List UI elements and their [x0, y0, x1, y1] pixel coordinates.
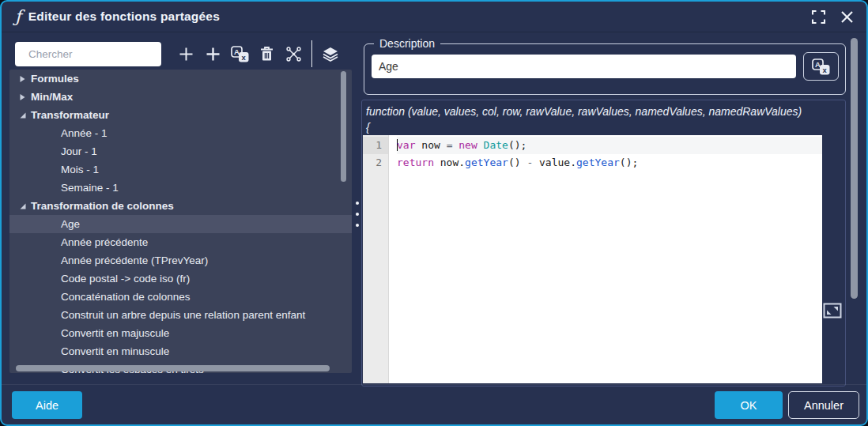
function-signature: function (value, values, col, row, rawVa…: [362, 100, 845, 135]
tree-item[interactable]: Mois - 1: [9, 160, 352, 179]
tree-item-label: Age: [61, 218, 80, 230]
ok-button[interactable]: OK: [715, 391, 783, 419]
fullscreen-button[interactable]: [810, 8, 827, 25]
tree-item[interactable]: Code postal -> code iso (fr): [9, 270, 352, 288]
code-editor-lines[interactable]: var now = new Date();return now.getYear(…: [389, 135, 822, 383]
shared-functions-editor-dialog: ƒ Editeur des fonctions partagées: [0, 0, 868, 426]
tree-item[interactable]: Jour - 1: [9, 142, 352, 160]
caret-collapsed-icon: [19, 93, 26, 101]
translate-icon: A x: [812, 58, 830, 75]
line-number: 1: [363, 137, 388, 154]
panel-splitter-handle[interactable]: [354, 202, 360, 227]
help-button[interactable]: Aide: [12, 391, 82, 419]
tree-item-label: Année précédente (TPrevYear): [61, 254, 208, 266]
delete-function-button[interactable]: [253, 42, 280, 66]
tree-item-label: Transformateur: [31, 109, 109, 121]
tree-item[interactable]: Année précédente: [9, 233, 352, 251]
panel-vertical-scrollbar[interactable]: [851, 38, 858, 299]
add-category-button[interactable]: [199, 42, 226, 66]
code-editor[interactable]: 12 var now = new Date();return now.getYe…: [363, 135, 822, 383]
tree-item[interactable]: Construit un arbre depuis une relation p…: [9, 306, 352, 324]
tree-item[interactable]: Année précédente (TPrevYear): [9, 251, 352, 270]
tree-item-label: Concaténation de colonnes: [61, 291, 191, 303]
layers-button[interactable]: [317, 42, 344, 66]
line-number: 2: [363, 154, 388, 172]
code-line[interactable]: var now = new Date();: [397, 137, 822, 154]
trash-icon: [259, 46, 274, 62]
description-fieldset: Description A x: [364, 37, 846, 95]
tree-item[interactable]: Convertit en minuscule: [9, 342, 352, 360]
network-icon: [285, 46, 302, 62]
tree-horizontal-scrollbar[interactable]: [16, 365, 330, 371]
footer-bar: Aide OK Annuler: [2, 384, 866, 424]
tree-category[interactable]: Transformation de colonnes: [9, 197, 352, 215]
layers-icon: [322, 46, 339, 62]
tree-category[interactable]: Min/Max: [9, 88, 352, 106]
tree-item-label: Jour - 1: [61, 145, 97, 157]
fullscreen-icon: [811, 9, 826, 25]
translate-function-button[interactable]: A x: [226, 42, 253, 66]
close-button[interactable]: [838, 8, 855, 25]
search-box[interactable]: [15, 42, 161, 66]
description-input[interactable]: [372, 55, 796, 78]
caret-expanded-icon: [19, 202, 27, 210]
plus-icon: [179, 47, 194, 62]
tree-item-label: Construit un arbre depuis une relation p…: [61, 309, 305, 321]
tree-item-label: Formules: [31, 73, 79, 85]
svg-text:x: x: [823, 65, 828, 74]
tree-item[interactable]: Convertit en majuscule: [9, 324, 352, 342]
tree-item-label: Convertit en minuscule: [61, 345, 169, 357]
tree-category[interactable]: Transformateur: [9, 106, 352, 124]
function-icon: ƒ: [15, 9, 21, 25]
tree-item-label: Convertit en majuscule: [61, 327, 169, 339]
svg-text:x: x: [241, 52, 246, 61]
tree-item-label: Transformation de colonnes: [31, 200, 174, 212]
tree-item-label: Semaine - 1: [61, 182, 119, 194]
title-bar-controls: [810, 8, 855, 25]
tree-item[interactable]: Semaine - 1: [9, 179, 352, 197]
caret-collapsed-icon: [19, 75, 26, 83]
dialog-title: Editeur des fonctions partagées: [28, 9, 220, 24]
tree-category[interactable]: Formules: [9, 70, 352, 88]
translate-icon: A x: [231, 46, 249, 62]
function-editor-panel: function (value, values, col, row, rawVa…: [361, 100, 846, 386]
close-icon: [840, 10, 854, 24]
data-mining-button[interactable]: [280, 42, 307, 66]
tree-item[interactable]: Concaténation de colonnes: [9, 288, 352, 306]
screenshot-stage: ƒ Editeur des fonctions partagées: [0, 0, 868, 426]
tree-item-label: Min/Max: [31, 91, 73, 103]
tree-item-label: Mois - 1: [61, 164, 99, 175]
plus-icon: [206, 47, 221, 62]
expand-editor-button[interactable]: [821, 300, 843, 321]
add-function-button[interactable]: [172, 42, 199, 66]
code-editor-gutter: 12: [363, 135, 389, 383]
caret-expanded-icon: [19, 111, 27, 119]
toolbar-divider: [311, 40, 312, 67]
tree-item[interactable]: Année - 1: [9, 124, 352, 142]
search-input[interactable]: [27, 47, 170, 61]
translate-description-button[interactable]: A x: [803, 52, 839, 81]
tree-item-label: Année - 1: [61, 127, 108, 139]
cancel-button[interactable]: Annuler: [788, 391, 859, 419]
description-legend: Description: [374, 37, 440, 50]
tree-item[interactable]: Age: [9, 215, 352, 233]
tree-item-label: Code postal -> code iso (fr): [61, 273, 190, 285]
title-bar: ƒ Editeur des fonctions partagées: [2, 2, 866, 32]
tree-vertical-scrollbar[interactable]: [341, 71, 346, 182]
code-line[interactable]: return now.getYear() - value.getYear();: [397, 154, 822, 172]
functions-tree: FormulesMin/MaxTransformateurAnnée - 1Jo…: [9, 70, 352, 373]
tree-item-label: Année précédente: [61, 236, 148, 248]
expand-icon: [823, 303, 842, 319]
